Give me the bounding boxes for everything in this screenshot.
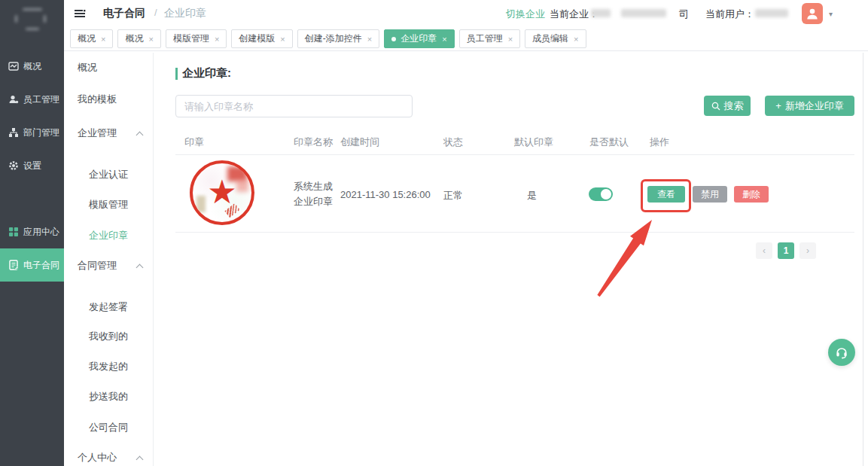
switch-company-link[interactable]: 切换企业 (506, 8, 545, 21)
add-enterprise-seal-button[interactable]: + 新增企业印章 (765, 96, 854, 116)
tab-enterprise-seal[interactable]: 企业印章× (384, 29, 454, 48)
menu-fold-icon[interactable] (74, 8, 86, 22)
default-seal-toggle[interactable] (589, 187, 613, 201)
pagination-page-1[interactable]: 1 (778, 242, 794, 259)
menu-item-initiated[interactable]: 我发起的 (64, 359, 153, 374)
col-header-is-default: 是否默认 (589, 136, 629, 149)
menu-item-template-mgmt[interactable]: 模版管理 (64, 197, 153, 212)
collapse-icon (137, 455, 142, 461)
tab-employee-mgmt[interactable]: 员工管理× (459, 29, 520, 48)
person-icon (805, 6, 820, 21)
main-content: 企业印章: 搜索 + 新增企业印章 印章 印章名称 创建时间 状态 默认印章 是… (154, 51, 868, 466)
sidebar-item-label: 部门管理 (23, 126, 59, 139)
col-header-seal: 印章 (184, 136, 204, 149)
headset-icon (834, 345, 849, 360)
col-header-created-time: 创建时间 (340, 136, 379, 149)
top-header: 电子合同 / 企业印章 切换企业 当前企业： 司 当前用户： ▾ (64, 0, 868, 27)
sidebar-item-e-contract[interactable]: 电子合同 (0, 248, 64, 282)
cell-status: 正常 (443, 189, 463, 203)
tab-create-add-controls[interactable]: 创建-添加控件× (297, 29, 379, 48)
disable-button[interactable]: 禁用 (693, 186, 727, 203)
contract-doc-icon (8, 260, 19, 270)
sidebar-item-label: 应用中心 (23, 226, 59, 239)
sidebar-item-employees[interactable]: 员工管理 (0, 83, 64, 116)
sidebar-item-label: 电子合同 (23, 259, 59, 272)
tab-strip: 概况× 概况× 模版管理× 创建模版× 创建-添加控件× 企业印章× 员工管理×… (64, 27, 868, 51)
cell-created-time: 2021-11-30 15:26:00 (340, 189, 431, 200)
col-header-seal-name: 印章名称 (294, 136, 333, 149)
table-row-divider (175, 232, 854, 233)
breadcrumb-separator: / (154, 7, 157, 18)
menu-item-enterprise-seal[interactable]: 企业印章 (64, 228, 153, 243)
col-header-default-seal: 默认印章 (514, 136, 553, 149)
collapse-icon (137, 131, 142, 136)
plus-icon: + (775, 100, 781, 111)
menu-group-personal-center[interactable]: 个人中心 (64, 450, 153, 465)
redacted-company-name (621, 9, 666, 17)
sidebar-item-app-center[interactable]: 应用中心 (0, 215, 64, 248)
redacted-company-name (591, 9, 611, 17)
seal-name-search-input[interactable] (175, 95, 413, 117)
close-icon[interactable]: × (215, 35, 219, 44)
menu-item-my-templates[interactable]: 我的模板 (64, 92, 153, 107)
employees-icon (8, 94, 19, 105)
search-icon (711, 102, 720, 111)
close-icon[interactable]: × (148, 35, 153, 44)
section-title-accent-bar (175, 68, 178, 80)
customer-service-button[interactable] (828, 339, 855, 366)
close-icon[interactable]: × (101, 35, 105, 44)
menu-item-overview[interactable]: 概况 (64, 60, 153, 75)
tab-template-mgmt[interactable]: 模版管理× (166, 29, 227, 48)
overview-icon (8, 61, 19, 72)
company-seal-image: ★ (190, 160, 254, 225)
gear-icon (8, 160, 19, 171)
menu-item-company-contracts[interactable]: 公司合同 (64, 420, 153, 435)
breadcrumb-current: 企业印章 (164, 7, 206, 20)
menu-group-contract-mgmt[interactable]: 合同管理 (64, 258, 153, 273)
close-icon[interactable]: × (442, 35, 446, 44)
departments-icon (8, 127, 19, 138)
sidebar-item-label: 设置 (23, 160, 41, 172)
annotation-arrow (572, 196, 693, 309)
cell-is-default: 是 (527, 189, 537, 203)
menu-item-cc-me[interactable]: 抄送我的 (64, 389, 153, 404)
sidebar-item-departments[interactable]: 部门管理 (0, 116, 64, 149)
user-menu-caret-icon[interactable]: ▾ (829, 10, 833, 18)
cell-seal-name: 系统生成企业印章 (294, 179, 339, 209)
close-icon[interactable]: × (367, 35, 372, 44)
sidebar-item-settings[interactable]: 设置 (0, 149, 64, 182)
page-title: 企业印章: (182, 66, 231, 81)
app-logo (0, 0, 64, 48)
sidebar-item-label: 概况 (23, 60, 41, 73)
menu-item-received[interactable]: 我收到的 (64, 329, 153, 344)
view-button[interactable]: 查看 (647, 186, 685, 203)
user-avatar[interactable] (802, 3, 823, 24)
current-user-label: 当前用户： (705, 8, 754, 21)
tab-overview-2[interactable]: 概况× (117, 29, 160, 48)
delete-button[interactable]: 删除 (734, 186, 769, 203)
company-name-suffix: 司 (679, 8, 689, 21)
apps-grid-icon (8, 227, 19, 237)
sidebar-item-label: 员工管理 (23, 93, 59, 106)
content-edge-divider (863, 53, 863, 466)
menu-item-enterprise-auth[interactable]: 企业认证 (64, 167, 153, 182)
close-icon[interactable]: × (280, 35, 285, 44)
close-icon[interactable]: × (508, 35, 513, 44)
pagination-next-button[interactable]: › (799, 242, 816, 259)
col-header-status: 状态 (443, 136, 463, 149)
menu-item-initiate-sign[interactable]: 发起签署 (64, 300, 153, 315)
pagination-prev-button[interactable]: ‹ (756, 242, 772, 259)
collapse-icon (137, 263, 142, 269)
active-tab-dot-icon (391, 37, 396, 41)
col-header-actions: 操作 (650, 136, 669, 149)
breadcrumb-app[interactable]: 电子合同 (103, 7, 145, 20)
secondary-sidebar: 概况 我的模板 企业管理 企业认证 模版管理 企业印章 合同管理 发起签署 我收… (64, 53, 154, 466)
tab-create-template[interactable]: 创建模版× (231, 29, 292, 48)
search-button[interactable]: 搜索 (704, 96, 751, 116)
sidebar-item-overview[interactable]: 概况 (0, 50, 64, 83)
tab-overview-1[interactable]: 概况× (70, 29, 113, 48)
menu-group-enterprise-mgmt[interactable]: 企业管理 (64, 126, 153, 141)
redacted-user-name (755, 9, 788, 17)
tab-member-edit[interactable]: 成员编辑× (525, 29, 586, 48)
close-icon[interactable]: × (574, 35, 578, 44)
